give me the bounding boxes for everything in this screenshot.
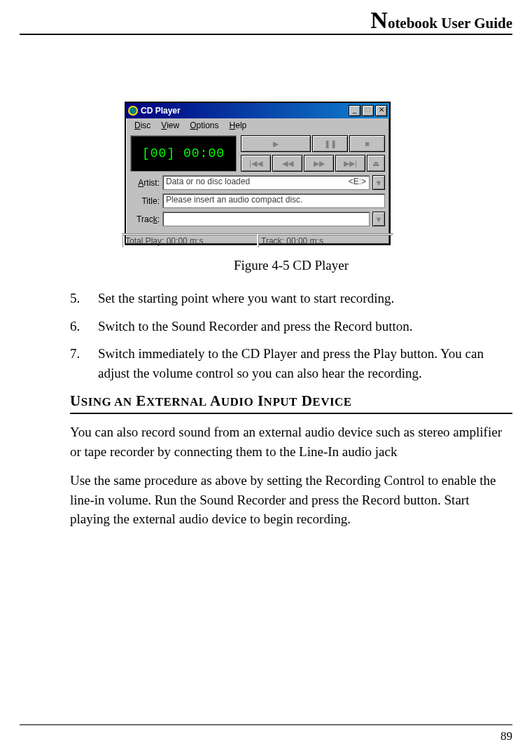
doc-header: Notebook User Guide <box>370 7 512 34</box>
stop-button[interactable]: ■ <box>349 135 385 152</box>
window-title: CD Player <box>141 106 347 116</box>
track-dropdown-button[interactable]: ▼ <box>372 212 385 226</box>
artist-label: Artist: <box>130 178 160 188</box>
step-list: 5.Set the starting point where you want … <box>70 289 512 383</box>
menu-help[interactable]: Help <box>225 120 251 131</box>
figure-caption: Figure 4-5 CD Player <box>70 258 512 273</box>
maximize-button[interactable]: □ <box>362 105 374 116</box>
menu-options[interactable]: Options <box>186 120 223 131</box>
play-button[interactable]: ▶ <box>241 135 311 152</box>
cd-app-icon <box>128 106 138 116</box>
track-label: Track: <box>130 214 160 224</box>
time-display: [00] 00:00 <box>130 135 237 172</box>
artist-drive: <E:> <box>349 177 366 188</box>
artist-field[interactable]: Data or no disc loaded <E:> <box>162 175 370 190</box>
paragraph-1: You can also record sound from an extern… <box>70 422 512 461</box>
rewind-button[interactable]: ◀◀ <box>272 155 302 172</box>
forward-button[interactable]: ▶▶ <box>304 155 334 172</box>
section-heading: USING AN EXTERNAL AUDIO INPUT DEVICE <box>70 392 512 410</box>
track-field[interactable] <box>162 212 370 226</box>
prev-track-button[interactable]: |◀◀ <box>241 155 271 172</box>
footer-rule <box>20 724 512 725</box>
cd-player-window: CD Player _ □ ✕ Disc View Options Help [… <box>125 102 391 245</box>
close-button[interactable]: ✕ <box>375 105 387 116</box>
minimize-button[interactable]: _ <box>349 105 360 116</box>
next-track-button[interactable]: ▶▶| <box>335 155 365 172</box>
titlebar: CD Player _ □ ✕ <box>126 103 389 118</box>
status-total: Total Play: 00:00 m:s <box>122 234 258 248</box>
header-big-n: N <box>370 7 388 33</box>
section-rule <box>70 413 512 414</box>
artist-dropdown-button[interactable]: ▼ <box>372 175 385 190</box>
status-track: Track: 00:00 m:s <box>258 234 393 248</box>
menu-disc[interactable]: Disc <box>130 120 155 131</box>
page-number: 89 <box>500 729 512 743</box>
step-6: 6.Switch to the Sound Recorder and press… <box>70 317 512 336</box>
step-5: 5.Set the starting point where you want … <box>70 289 512 308</box>
header-rest: otebook User Guide <box>388 15 512 32</box>
step-7: 7.Switch immediately to the CD Player an… <box>70 344 512 383</box>
menu-view[interactable]: View <box>157 120 183 131</box>
header-rule <box>20 34 512 35</box>
pause-button[interactable]: ❚❚ <box>312 135 348 152</box>
paragraph-2: Use the same procedure as above by setti… <box>70 471 512 529</box>
menubar: Disc View Options Help <box>126 118 389 132</box>
eject-button[interactable]: ⏏ <box>367 155 385 172</box>
artist-value: Data or no disc loaded <box>166 177 250 188</box>
title-label: Title: <box>130 196 160 206</box>
status-bar: Total Play: 00:00 m:s Track: 00:00 m:s <box>122 233 393 248</box>
title-field: Please insert an audio compact disc. <box>162 193 385 208</box>
